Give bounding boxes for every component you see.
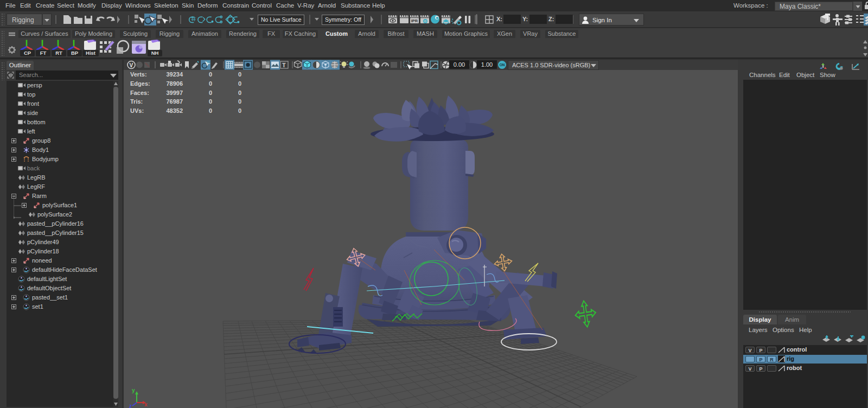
svg-text:IPR: IPR — [411, 18, 418, 23]
svg-text:Sign In: Sign In — [592, 17, 612, 23]
svg-text:y: y — [132, 387, 135, 393]
svg-text:z: z — [129, 403, 132, 408]
svg-text:V: V — [130, 62, 133, 68]
svg-text:T: T — [282, 62, 286, 68]
svg-text:x: x — [144, 401, 148, 407]
